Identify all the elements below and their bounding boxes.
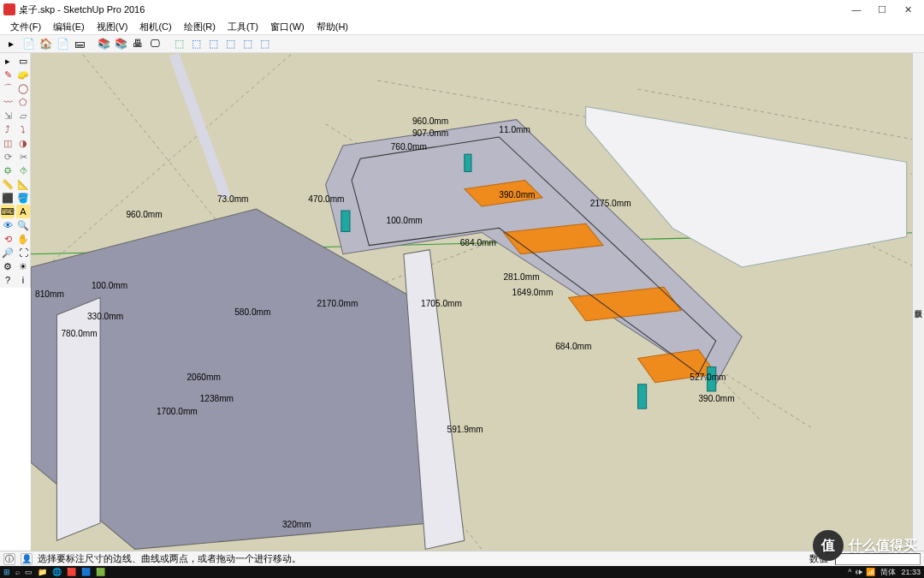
- tray-clock[interactable]: 21:33: [901, 568, 921, 576]
- taskbar-app2-icon[interactable]: 🌐: [52, 568, 62, 576]
- tb-layer1-icon[interactable]: ⬚: [171, 36, 187, 51]
- tool-followme-icon[interactable]: ◑: [16, 136, 30, 150]
- tool-settings-icon[interactable]: ⚙: [1, 259, 15, 273]
- tb-print-icon[interactable]: 🖵: [147, 36, 163, 51]
- tool-shadow-icon[interactable]: ☀: [16, 259, 30, 273]
- tb-select-icon[interactable]: ▸: [3, 36, 19, 51]
- taskbar-app1-icon[interactable]: 📁: [38, 568, 47, 576]
- menu-view[interactable]: 视图(V): [92, 20, 133, 34]
- svg-text:2175.0mm: 2175.0mm: [590, 199, 631, 208]
- menu-camera[interactable]: 相机(C): [134, 20, 176, 34]
- svg-text:73.0mm: 73.0mm: [217, 194, 249, 204]
- tool-offset-icon[interactable]: ▱: [16, 109, 30, 122]
- menu-tools[interactable]: 工具(T): [222, 20, 264, 34]
- tool-rectangle-icon[interactable]: ▭: [16, 54, 30, 68]
- status-hint: 选择要标注尺寸的边线、曲线或两点，或者拖动一个进行移动。: [38, 552, 301, 565]
- tool-move-icon[interactable]: ⤴: [1, 122, 15, 136]
- tray-ime[interactable]: 简体: [880, 567, 896, 578]
- taskbar-app4-icon[interactable]: 🟦: [81, 568, 91, 576]
- svg-text:1649.0mm: 1649.0mm: [512, 288, 554, 297]
- tool-arc-icon[interactable]: ⌒: [1, 81, 15, 95]
- tb-layer6-icon[interactable]: ⬚: [257, 36, 272, 51]
- tool-rotate-icon[interactable]: ⤵: [16, 122, 30, 136]
- svg-text:470.0mm: 470.0mm: [308, 194, 344, 204]
- tool-protractor-icon[interactable]: ✂: [16, 150, 30, 164]
- tool-axes-icon[interactable]: ⯐: [1, 164, 15, 177]
- tool-pan-icon[interactable]: ⟲: [1, 232, 15, 246]
- tool-eraser-icon[interactable]: 🧽: [16, 68, 30, 81]
- tool-dimension-icon[interactable]: ⯑: [16, 164, 30, 177]
- tool-zoomextents-icon[interactable]: 🔎: [1, 246, 15, 259]
- svg-rect-17: [465, 154, 471, 171]
- menu-edit[interactable]: 编辑(E): [48, 20, 90, 34]
- right-panel-handle[interactable]: 默认面板: [912, 53, 924, 551]
- tb-paste-icon[interactable]: 🖶: [130, 36, 145, 51]
- svg-text:281.0mm: 281.0mm: [503, 272, 539, 282]
- tb-home-icon[interactable]: 🏠: [38, 36, 53, 51]
- svg-text:527.0mm: 527.0mm: [690, 372, 726, 382]
- svg-text:100.0mm: 100.0mm: [92, 281, 127, 290]
- taskbar-search-icon[interactable]: ⌕: [15, 568, 20, 576]
- tool-orbit-icon[interactable]: 👁: [1, 218, 15, 232]
- window-minimize-button[interactable]: —: [844, 2, 869, 17]
- tb-layer3-icon[interactable]: ⬚: [205, 36, 221, 51]
- tool-pushpull-icon[interactable]: ⇲: [1, 109, 15, 122]
- svg-text:684.0mm: 684.0mm: [555, 342, 591, 351]
- status-person-icon[interactable]: 👤: [21, 553, 33, 565]
- tb-layer4-icon[interactable]: ⬚: [222, 36, 238, 51]
- tool-scale-icon[interactable]: ◫: [1, 136, 15, 150]
- svg-text:780.0mm: 780.0mm: [61, 329, 97, 338]
- menu-window[interactable]: 窗口(W): [265, 20, 310, 34]
- vcb-input[interactable]: [835, 553, 921, 565]
- taskbar-app3-icon[interactable]: 🟥: [67, 568, 76, 576]
- svg-text:684.0mm: 684.0mm: [460, 238, 496, 247]
- tool-label-icon[interactable]: A: [16, 205, 30, 218]
- tb-cut-icon[interactable]: 📚: [96, 36, 111, 51]
- svg-text:1705.0mm: 1705.0mm: [421, 299, 462, 308]
- system-tray[interactable]: ^🕪📶: [844, 568, 875, 576]
- svg-text:2060mm: 2060mm: [187, 372, 220, 382]
- tb-new-icon[interactable]: 📄: [21, 36, 36, 51]
- tb-layer2-icon[interactable]: ⬚: [188, 36, 204, 51]
- taskbar-app5-icon[interactable]: 🟩: [96, 568, 105, 576]
- tool-help-icon[interactable]: ?: [1, 273, 15, 287]
- tool-text-icon[interactable]: 📏: [1, 177, 15, 191]
- taskbar-taskview-icon[interactable]: ▭: [25, 568, 33, 576]
- tool-circle-icon[interactable]: ◯: [16, 81, 30, 95]
- viewport-canvas: 960.0mm 907.0mm 470.0mm 390.0mm 2175.0mm…: [31, 53, 924, 551]
- svg-text:1238mm: 1238mm: [200, 394, 234, 403]
- tool-hand-icon[interactable]: ✋: [16, 232, 30, 246]
- tool-zoomwindow-icon[interactable]: ⛶: [16, 246, 30, 259]
- tool-line-icon[interactable]: ✎: [1, 68, 15, 81]
- tb-open-icon[interactable]: 📄: [55, 36, 70, 51]
- tb-copy-icon[interactable]: 📚: [113, 36, 128, 51]
- top-toolbar: ▸ 📄 🏠 📄 🖴 📚 📚 🖶 🖵 ⬚ ⬚ ⬚ ⬚ ⬚ ⬚: [0, 34, 924, 53]
- tool-freehand-icon[interactable]: 〰: [1, 95, 15, 109]
- menu-draw[interactable]: 绘图(R): [179, 20, 221, 34]
- menu-help[interactable]: 帮助(H): [311, 20, 353, 34]
- tb-layer5-icon[interactable]: ⬚: [240, 36, 255, 51]
- svg-text:810mm: 810mm: [35, 289, 64, 299]
- tool-section-icon[interactable]: ⌨: [1, 205, 15, 218]
- tool-info-icon[interactable]: i: [16, 273, 30, 287]
- window-close-button[interactable]: ✕: [895, 2, 921, 17]
- tool-bucket-icon[interactable]: 🪣: [16, 191, 30, 205]
- menu-file[interactable]: 文件(F): [5, 20, 46, 34]
- model-viewport[interactable]: 默认面板: [31, 53, 924, 551]
- tool-select-icon[interactable]: ▸: [1, 54, 15, 68]
- tool-polygon-icon[interactable]: ⬠: [16, 95, 30, 109]
- svg-text:760.0mm: 760.0mm: [391, 142, 427, 152]
- svg-text:100.0mm: 100.0mm: [387, 216, 423, 225]
- tb-save-icon[interactable]: 🖴: [72, 36, 87, 51]
- tool-paint-icon[interactable]: ⬛: [1, 191, 15, 205]
- title-filename: 桌子.skp: [19, 3, 55, 16]
- tool-tape-icon[interactable]: ⟳: [1, 150, 15, 164]
- svg-text:330.0mm: 330.0mm: [87, 312, 123, 321]
- status-info-icon[interactable]: ⓘ: [3, 553, 15, 565]
- svg-text:1700.0mm: 1700.0mm: [157, 407, 198, 416]
- start-button[interactable]: ⊞: [3, 568, 10, 576]
- window-maximize-button[interactable]: ☐: [869, 2, 895, 17]
- tool-3dtext-icon[interactable]: 📐: [16, 177, 30, 191]
- title-sep: -: [55, 4, 63, 15]
- tool-zoom-icon[interactable]: 🔍: [16, 218, 30, 232]
